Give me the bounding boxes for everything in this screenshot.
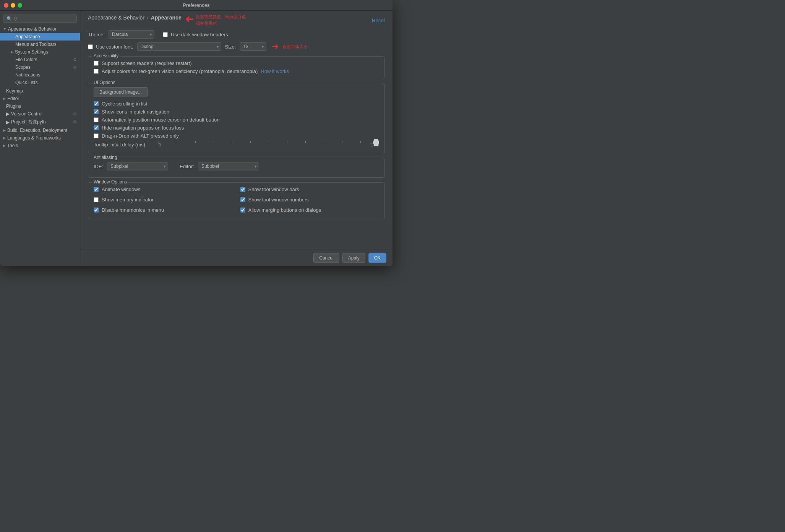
minimize-button[interactable] [11, 3, 15, 8]
ide-select[interactable]: Subpixel [107, 162, 168, 170]
window-options-title: Window Options [92, 179, 128, 185]
title-bar: Preferences [0, 0, 392, 11]
theme-row: Theme: Darcula Use dark window headers [88, 30, 385, 39]
disable-mnemonics-row: Disable mnemonics in menu [94, 207, 233, 213]
settings-icon: ⚙ [73, 120, 77, 125]
tooltip-label: Tooltip initial delay (ms): [94, 142, 155, 148]
how-it-works-link[interactable]: How it works [261, 68, 289, 74]
annotation-arrow-left: ➜ [185, 14, 194, 24]
show-tool-numbers-label[interactable]: Show tool window numbers [248, 197, 309, 203]
allow-merging-checkbox[interactable] [240, 208, 245, 212]
cyclic-scrolling-row: Cyclic scrolling in list [94, 101, 379, 107]
font-select[interactable]: Dialog [137, 42, 221, 51]
auto-position-label[interactable]: Automatically position mouse cursor on d… [102, 117, 220, 123]
sidebar-item-appearance[interactable]: Appearance [0, 33, 80, 41]
show-tool-numbers-row: Show tool window numbers [240, 197, 380, 203]
font-select-wrapper[interactable]: Dialog [137, 42, 221, 51]
accessibility-title: Accessibility [92, 53, 120, 58]
sidebar-item-quick-lists[interactable]: Quick Lists [0, 79, 80, 86]
drag-drop-label[interactable]: Drag-n-Drop with ALT pressed only [102, 133, 179, 139]
sidebar-item-label: Languages & Frameworks [7, 135, 61, 141]
adjust-colors-checkbox[interactable] [94, 69, 99, 74]
reset-link[interactable]: Reset [372, 18, 385, 23]
screen-readers-checkbox[interactable] [94, 61, 99, 66]
animate-windows-checkbox[interactable] [94, 187, 99, 192]
sidebar: 🔍 ▼ Appearance & Behavior Appearance Men… [0, 11, 80, 266]
sidebar-item-system-settings[interactable]: ▶ System Settings [0, 48, 80, 56]
hide-nav-checkbox[interactable] [94, 125, 99, 130]
ok-button[interactable]: OK [368, 253, 386, 263]
show-tool-bars-checkbox[interactable] [240, 187, 245, 192]
sidebar-item-keymap[interactable]: Keymap [0, 87, 80, 95]
editor-select[interactable]: Subpixel [198, 162, 259, 170]
sidebar-item-project[interactable]: ▶ Project: 慕课pyth ⚙ [0, 118, 80, 127]
settings-icon: ⚙ [73, 57, 77, 62]
show-tool-numbers-checkbox[interactable] [240, 197, 245, 202]
annotation-text-2: 现在是黑色 [196, 20, 246, 27]
annotation-arrow-right: ➜ [272, 42, 279, 52]
custom-font-row: Use custom font: Dialog Size: 13 ➜ 设置字体大… [88, 42, 385, 52]
sidebar-item-menus-toolbars[interactable]: Menus and Toolbars [0, 41, 80, 48]
auto-position-checkbox[interactable] [94, 117, 99, 122]
breadcrumb-current: Appearance [151, 15, 182, 21]
settings-icon: ⚙ [73, 65, 77, 70]
cyclic-scrolling-checkbox[interactable] [94, 101, 99, 106]
cancel-button[interactable]: Cancel [313, 253, 339, 263]
theme-select-wrapper[interactable]: Darcula [109, 30, 154, 39]
annotation-text-1: 设置背景颜色，high是白色 [196, 14, 246, 20]
sidebar-item-notifications[interactable]: Notifications [0, 71, 80, 79]
animate-windows-label[interactable]: Animate windows [102, 187, 140, 192]
right-panel: Appearance & Behavior › Appearance ➜ 设置背… [80, 11, 392, 266]
search-box[interactable]: 🔍 [3, 15, 77, 23]
sidebar-item-version-control[interactable]: ▶ Version Control ⚙ [0, 110, 80, 118]
sidebar-item-label: Version Control [11, 111, 42, 117]
sidebar-item-plugins[interactable]: Plugins [0, 102, 80, 110]
allow-merging-row: Allow merging buttons on dialogs [240, 207, 380, 213]
show-icons-checkbox[interactable] [94, 109, 99, 114]
triangle-icon: ▶ [11, 50, 13, 54]
adjust-colors-label[interactable]: Adjust colors for red-green vision defic… [102, 68, 258, 74]
custom-font-checkbox[interactable] [88, 44, 93, 49]
sidebar-item-languages[interactable]: ▶ Languages & Frameworks [0, 134, 80, 142]
show-tool-bars-label[interactable]: Show tool window bars [248, 187, 299, 192]
sidebar-item-tools[interactable]: ▶ Tools [0, 142, 80, 149]
window-controls[interactable] [4, 3, 22, 8]
size-select[interactable]: 13 [240, 42, 266, 51]
editor-select-wrapper[interactable]: Subpixel [198, 162, 259, 170]
show-tool-bars-row: Show tool window bars [240, 187, 380, 192]
maximize-button[interactable] [18, 3, 22, 8]
disable-mnemonics-checkbox[interactable] [94, 208, 99, 212]
auto-position-row: Automatically position mouse cursor on d… [94, 117, 379, 123]
disable-mnemonics-label[interactable]: Disable mnemonics in menu [102, 207, 164, 213]
custom-font-checkbox-row: Use custom font: [88, 44, 133, 50]
theme-select[interactable]: Darcula [109, 30, 154, 39]
screen-readers-label[interactable]: Support screen readers (requires restart… [102, 60, 192, 66]
triangle-icon: ▶ [3, 128, 6, 132]
show-memory-checkbox[interactable] [94, 197, 99, 202]
sidebar-item-editor[interactable]: ▶ Editor [0, 95, 80, 102]
background-image-button[interactable]: Background Image... [94, 87, 148, 97]
sidebar-item-scopes[interactable]: Scopes ⚙ [0, 63, 80, 71]
dark-headers-label[interactable]: Use dark window headers [171, 32, 228, 37]
cyclic-scrolling-label[interactable]: Cyclic scrolling in list [102, 101, 147, 107]
apply-button[interactable]: Apply [342, 253, 365, 263]
dark-headers-checkbox[interactable] [163, 32, 168, 37]
close-button[interactable] [4, 3, 8, 8]
size-select-wrapper[interactable]: 13 [240, 42, 266, 51]
size-label: Size: [225, 44, 236, 50]
sidebar-item-label: File Colors [15, 57, 37, 62]
triangle-icon: ▶ [3, 97, 6, 101]
search-input[interactable] [14, 16, 73, 21]
custom-font-label[interactable]: Use custom font: [96, 44, 133, 50]
antialiasing-row: IDE: Subpixel Editor: Subpixel [94, 162, 379, 170]
drag-drop-checkbox[interactable] [94, 133, 99, 138]
triangle-icon: ▶ [3, 136, 6, 140]
show-memory-label[interactable]: Show memory indicator [102, 197, 154, 203]
show-icons-label[interactable]: Show icons in quick navigation [102, 109, 169, 115]
ide-select-wrapper[interactable]: Subpixel [107, 162, 168, 170]
sidebar-item-appearance-behavior[interactable]: ▼ Appearance & Behavior [0, 25, 80, 33]
sidebar-item-build[interactable]: ▶ Build, Execution, Deployment [0, 127, 80, 134]
hide-nav-label[interactable]: Hide navigation popups on focus loss [102, 125, 184, 131]
sidebar-item-file-colors[interactable]: File Colors ⚙ [0, 56, 80, 63]
allow-merging-label[interactable]: Allow merging buttons on dialogs [248, 207, 321, 213]
